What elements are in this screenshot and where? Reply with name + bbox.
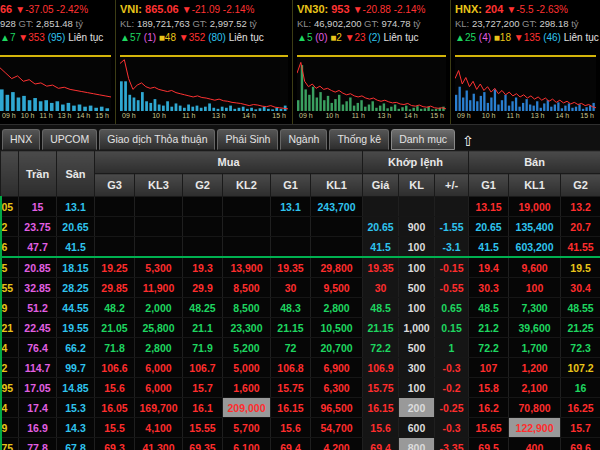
time-axis-label: 11 h bbox=[507, 112, 520, 119]
col-header-bg2: G2 bbox=[561, 174, 600, 197]
index-value: 953 bbox=[331, 3, 349, 15]
table-row[interactable]: 2114.799.7106.66,000106.75,000106.86,900… bbox=[1, 358, 600, 378]
col-header-frag bbox=[1, 151, 19, 197]
cell-g1: 16.15 bbox=[271, 398, 311, 418]
tab-phai-sinh[interactable]: Phái Sinh bbox=[217, 129, 278, 150]
index-panel-hnx[interactable]: HNX: 204 ▼-5.5 -2.63%KL: 23,727,200 GT: … bbox=[450, 0, 600, 124]
cell-bg2: 16 bbox=[561, 378, 600, 398]
cell-gia: 15.75 bbox=[363, 378, 399, 398]
cell-chg: -3.35 bbox=[435, 438, 469, 450]
chart-svg bbox=[297, 57, 446, 111]
cell-g1: 69.4 bbox=[271, 438, 311, 450]
cell-kl1: 10,500 bbox=[311, 318, 363, 338]
cell-frag: 2 bbox=[1, 217, 19, 237]
index-breadth: ▲5 (0) ■2 ▼23 (2) Liên tục bbox=[297, 31, 446, 45]
cell-kl: 1,000 bbox=[399, 318, 435, 338]
tab-upcom[interactable]: UPCOM bbox=[42, 129, 97, 150]
tab-giao-dich-thoa-thuan[interactable]: Giao dịch Thỏa thuận bbox=[99, 129, 215, 150]
cell-bkl1: 400 bbox=[509, 438, 561, 450]
cell-kl3: 5,300 bbox=[135, 257, 183, 278]
cell-bg1: 15.65 bbox=[469, 418, 509, 438]
cell-bg2: 15.7 bbox=[561, 418, 600, 438]
time-axis-label: 09 h bbox=[122, 112, 136, 119]
cell-chg: -1.55 bbox=[435, 217, 469, 237]
cell-san: 15.3 bbox=[57, 398, 95, 418]
tab-nganh[interactable]: Ngành bbox=[280, 129, 327, 150]
group-header: Mua bbox=[95, 151, 363, 174]
cell-kl: 900 bbox=[399, 217, 435, 237]
cell-g3: 106.6 bbox=[95, 358, 135, 378]
cell-tran: 20.85 bbox=[19, 257, 57, 278]
cell-g1 bbox=[271, 217, 311, 237]
tab-danh-muc[interactable]: Danh mục bbox=[391, 129, 455, 150]
table-row[interactable]: 916.914.315.54,10015.555,70015.654,70015… bbox=[1, 418, 600, 438]
cell-san: 67.8 bbox=[57, 438, 95, 450]
cell-g1: 30 bbox=[271, 278, 311, 298]
cell-kl: 600 bbox=[399, 418, 435, 438]
time-axis-label: 11 h bbox=[40, 112, 53, 119]
cell-kl2: 5,000 bbox=[223, 358, 271, 378]
cell-chg: 1 bbox=[435, 338, 469, 358]
index-panel-vn30[interactable]: VN30: 953 ▼-20.88 -2.14%KL: 46,902,200 G… bbox=[292, 0, 450, 124]
table-row[interactable]: 9517.0514.8515.66,00015.71,60015.756,300… bbox=[1, 378, 600, 398]
tab-hnx[interactable]: HNX bbox=[2, 129, 40, 150]
cell-gia: 16.15 bbox=[363, 398, 399, 418]
intraday-chart bbox=[297, 55, 446, 111]
cell-bg1: 48.5 bbox=[469, 298, 509, 318]
cell-san: 14.3 bbox=[57, 418, 95, 438]
cell-gia: 106.9 bbox=[363, 358, 399, 378]
cell-gia: 72.2 bbox=[363, 338, 399, 358]
table-row[interactable]: 7577.867.869.341,30069.356,10069.44,2006… bbox=[1, 438, 600, 450]
table-row[interactable]: 223.7520.6520.65900-1.5520.65135,40020.7 bbox=[1, 217, 600, 237]
cell-bkl1: 135,400 bbox=[509, 217, 561, 237]
table-row[interactable]: 647.741.541.5100-3.141.5603,20041.55 bbox=[1, 237, 600, 258]
time-axis-label: 14 h bbox=[404, 112, 418, 119]
cell-g2: 48.25 bbox=[183, 298, 223, 318]
index-volume: KL: 189,721,763 GT: 2,997.52 tỷ bbox=[120, 17, 288, 31]
cell-frag: 75 bbox=[1, 438, 19, 450]
cell-kl3: 41,300 bbox=[135, 438, 183, 450]
time-axis: 09 h10 h11 h13 h14 h15 h bbox=[455, 111, 596, 119]
time-axis-label: 13 h bbox=[212, 112, 226, 119]
cell-san: 13.1 bbox=[57, 197, 95, 217]
cell-san: 14.85 bbox=[57, 378, 95, 398]
index-breadth: ▲7 ▼353 (95) Liên tục bbox=[0, 31, 111, 45]
table-row[interactable]: 2122.4519.5521.0525,80021.123,30021.1510… bbox=[1, 318, 600, 338]
cell-g3: 15.5 bbox=[95, 418, 135, 438]
table-row[interactable]: 5532.8528.2529.8511,90029.98,500309,5003… bbox=[1, 278, 600, 298]
cell-tran: 16.9 bbox=[19, 418, 57, 438]
cell-g2: 19.3 bbox=[183, 257, 223, 278]
table-row[interactable]: 417.415.316.05169,70016.1209,00016.1596,… bbox=[1, 398, 600, 418]
tab-thong-ke[interactable]: Thống kê bbox=[329, 129, 389, 150]
cell-tran: 17.4 bbox=[19, 398, 57, 418]
cell-bg1: 69.5 bbox=[469, 438, 509, 450]
table-row[interactable]: 951.244.5548.22,00048.258,50048.32,80048… bbox=[1, 298, 600, 318]
time-axis-label: 13 h bbox=[58, 112, 72, 119]
cell-g1: 48.3 bbox=[271, 298, 311, 318]
col-header-g2: G2 bbox=[183, 174, 223, 197]
cell-tran: 51.2 bbox=[19, 298, 57, 318]
cell-g3 bbox=[95, 197, 135, 217]
cell-kl: 500 bbox=[399, 338, 435, 358]
index-panel-vni[interactable]: VNI: 865.06 ▼-21.09 -2.14%KL: 189,721,76… bbox=[115, 0, 292, 124]
index-panel-left-cut[interactable]: 66 ▼-37.05 -2.42% 928 GT: 2,851.48 tỷ▲7 … bbox=[0, 0, 115, 124]
cell-chg bbox=[435, 197, 469, 217]
table-row[interactable]: 051513.113.1243,70013.1519,00013.2 bbox=[1, 197, 600, 217]
col-header-kl: KL bbox=[399, 174, 435, 197]
table-row[interactable]: 520.8518.1519.255,30019.313,90019.3529,8… bbox=[1, 257, 600, 278]
cell-g2 bbox=[183, 197, 223, 217]
intraday-chart bbox=[455, 55, 596, 111]
scroll-up-icon[interactable]: ⇧ bbox=[462, 132, 474, 150]
cell-kl1: 2,800 bbox=[311, 298, 363, 318]
time-axis-label: 10 h bbox=[21, 112, 35, 119]
cell-frag: 95 bbox=[1, 378, 19, 398]
cell-bg1: 19.4 bbox=[469, 257, 509, 278]
cell-kl1: 9,500 bbox=[311, 278, 363, 298]
cell-chg: -0.3 bbox=[435, 418, 469, 438]
cell-frag: 6 bbox=[1, 237, 19, 258]
table-row[interactable]: 476.466.271.82,80071.95,2007220,70072.25… bbox=[1, 338, 600, 358]
cell-bg1: 41.5 bbox=[469, 237, 509, 258]
cell-kl2 bbox=[223, 197, 271, 217]
col-header-chg: +/- bbox=[435, 174, 469, 197]
cell-bg2: 16.25 bbox=[561, 398, 600, 418]
